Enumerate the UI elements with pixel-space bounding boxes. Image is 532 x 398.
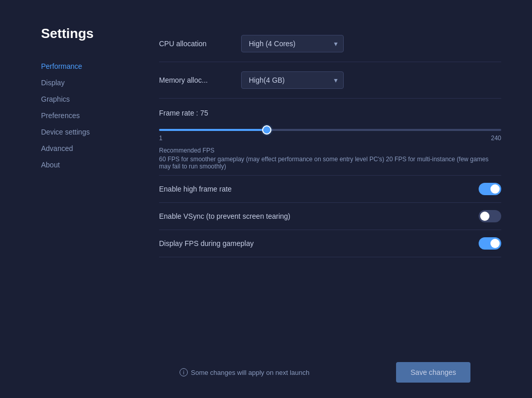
- framerate-slider[interactable]: [159, 129, 501, 131]
- cpu-label: CPU allocation: [159, 40, 241, 48]
- slider-container: [159, 124, 501, 132]
- toggle-label-high-framerate: Enable high frame rate: [159, 185, 232, 193]
- sidebar-item-device-settings[interactable]: Device settings: [41, 124, 139, 140]
- sidebar: Settings Performance Display Graphics Pr…: [41, 21, 139, 398]
- slider-max: 240: [491, 135, 501, 142]
- memory-dropdown-wrapper: Low(1 GB) Medium(2 GB) High(4 GB) Ultra(…: [241, 71, 344, 89]
- footer-note: i Some changes will apply on next launch: [180, 368, 309, 376]
- recommended-fps-title: Recommended FPS: [159, 147, 501, 154]
- settings-panel: CPU allocation Low (1 Core) Medium (2 Co…: [159, 26, 501, 352]
- sidebar-item-graphics[interactable]: Graphics: [41, 91, 139, 107]
- recommended-fps-text: 60 FPS for smoother gameplay (may effect…: [159, 156, 501, 170]
- cpu-dropdown-wrapper: Low (1 Core) Medium (2 Cores) High (4 Co…: [241, 35, 344, 52]
- footer: i Some changes will apply on next launch…: [159, 352, 501, 398]
- sidebar-item-display[interactable]: Display: [41, 74, 139, 91]
- main-content: CPU allocation Low (1 Core) Medium (2 Co…: [139, 21, 532, 398]
- toggle-slider-vsync: [479, 210, 501, 222]
- memory-row: Memory alloc... Low(1 GB) Medium(2 GB) H…: [159, 62, 501, 99]
- memory-label: Memory alloc...: [159, 76, 241, 84]
- toggle-label-vsync: Enable VSync (to prevent screen tearing): [159, 212, 290, 220]
- save-button[interactable]: Save changes: [396, 362, 470, 383]
- toggle-row-high-framerate: Enable high frame rate: [159, 176, 501, 203]
- toggle-row-vsync: Enable VSync (to prevent screen tearing): [159, 203, 501, 230]
- framerate-section: Frame rate : 75 1 240 Recommended FPS 60…: [159, 99, 501, 176]
- page-title: Settings: [41, 26, 139, 42]
- framerate-label: Frame rate : 75: [159, 109, 501, 117]
- footer-note-text: Some changes will apply on next launch: [191, 369, 309, 376]
- recommended-fps: Recommended FPS 60 FPS for smoother game…: [159, 147, 501, 170]
- toggle-slider-high-framerate: [479, 183, 501, 195]
- sidebar-item-preferences[interactable]: Preferences: [41, 107, 139, 124]
- cpu-dropdown[interactable]: Low (1 Core) Medium (2 Cores) High (4 Co…: [241, 35, 344, 52]
- sidebar-item-about[interactable]: About: [41, 157, 139, 173]
- toggle-label-display-fps: Display FPS during gameplay: [159, 239, 253, 248]
- toggle-slider-display-fps: [479, 237, 501, 250]
- slider-min: 1: [159, 135, 163, 142]
- toggle-vsync[interactable]: [479, 210, 501, 222]
- info-icon: i: [180, 368, 188, 376]
- toggle-display-fps[interactable]: [479, 237, 501, 250]
- memory-dropdown[interactable]: Low(1 GB) Medium(2 GB) High(4 GB) Ultra(…: [241, 71, 344, 89]
- slider-range-labels: 1 240: [159, 135, 501, 142]
- toggle-high-framerate[interactable]: [479, 183, 501, 195]
- sidebar-item-performance[interactable]: Performance: [41, 58, 139, 74]
- toggle-row-display-fps: Display FPS during gameplay: [159, 230, 501, 257]
- cpu-row: CPU allocation Low (1 Core) Medium (2 Co…: [159, 26, 501, 62]
- sidebar-item-advanced[interactable]: Advanced: [41, 140, 139, 157]
